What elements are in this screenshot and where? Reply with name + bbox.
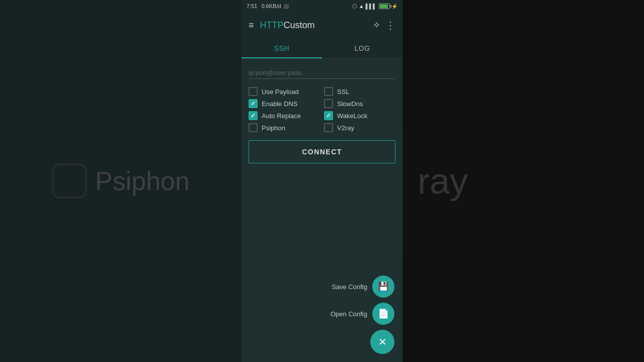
checkbox-slow-dns-box bbox=[324, 99, 333, 108]
hamburger-menu-icon[interactable]: ≡ bbox=[249, 20, 254, 31]
star-icon[interactable]: ✧ bbox=[373, 20, 380, 31]
bg-left-panel: Psiphon bbox=[0, 0, 242, 362]
app-title-custom: Custom bbox=[284, 20, 315, 31]
open-config-label: Open Config bbox=[331, 310, 367, 318]
checkbox-enable-dns[interactable]: Enable DNS bbox=[249, 99, 320, 108]
app-bar-left: ≡ HTTP Custom bbox=[249, 20, 315, 31]
bg-psiphon-icon bbox=[52, 163, 87, 199]
checkbox-slow-dns[interactable]: SlowDns bbox=[324, 99, 395, 108]
status-bar-left: 7:51 0.6KB/d 🎥 bbox=[247, 3, 289, 9]
open-config-row: Open Config 📄 bbox=[331, 303, 394, 325]
checkbox-ssl[interactable]: SSL bbox=[324, 87, 395, 96]
save-config-label: Save Config bbox=[332, 283, 367, 291]
video-icon: 🎥 bbox=[283, 4, 289, 9]
bg-psiphon-text: Psiphon bbox=[95, 166, 190, 196]
ssh-input[interactable] bbox=[249, 67, 395, 79]
checkbox-auto-replace-label: Auto Replace bbox=[262, 112, 301, 120]
checkbox-psiphon[interactable]: Psiphon bbox=[249, 123, 320, 132]
tab-log[interactable]: LOG bbox=[322, 38, 403, 58]
bg-psiphon-logo: Psiphon bbox=[52, 163, 190, 199]
checkbox-v2ray-label: V2ray bbox=[337, 124, 354, 132]
phone-frame: 7:51 0.6KB/d 🎥 ⬡ ▲ ▌▌▌ ⚡ ≡ HTTP Custom ✧… bbox=[242, 0, 403, 362]
wifi-icon: ▲ bbox=[359, 3, 364, 9]
checkbox-wakelock-label: WakeLock bbox=[337, 112, 367, 120]
app-title-http: HTTP bbox=[260, 20, 284, 31]
status-bar: 7:51 0.6KB/d 🎥 ⬡ ▲ ▌▌▌ ⚡ bbox=[242, 0, 403, 12]
checkbox-use-payload-box bbox=[249, 87, 258, 96]
status-time: 7:51 bbox=[247, 3, 257, 9]
checkbox-ssl-box bbox=[324, 87, 333, 96]
charging-icon: ⚡ bbox=[391, 4, 397, 9]
more-menu-icon[interactable]: ⋮ bbox=[385, 19, 395, 31]
close-fab-button[interactable]: ✕ bbox=[370, 330, 394, 354]
checkbox-v2ray-box bbox=[324, 123, 333, 132]
status-bar-right: ⬡ ▲ ▌▌▌ ⚡ bbox=[352, 3, 397, 10]
close-icon: ✕ bbox=[378, 336, 387, 348]
checkbox-v2ray[interactable]: V2ray bbox=[324, 123, 395, 132]
checkbox-ssl-label: SSL bbox=[337, 88, 350, 96]
app-bar-right: ✧ ⋮ bbox=[373, 19, 395, 31]
bluetooth-icon: ⬡ bbox=[352, 3, 357, 10]
checkboxes-grid: Use Payload SSL Enable DNS SlowDns Auto … bbox=[249, 87, 395, 132]
main-content: Use Payload SSL Enable DNS SlowDns Auto … bbox=[242, 59, 403, 362]
connect-button[interactable]: CONNECT bbox=[249, 140, 395, 163]
checkbox-wakelock-box bbox=[324, 111, 333, 120]
checkbox-enable-dns-label: Enable DNS bbox=[262, 100, 298, 108]
save-config-row: Save Config 💾 bbox=[332, 276, 394, 298]
open-icon: 📄 bbox=[378, 308, 389, 319]
checkbox-auto-replace[interactable]: Auto Replace bbox=[249, 111, 320, 120]
bg-ray-text: ray bbox=[418, 160, 468, 202]
checkbox-wakelock[interactable]: WakeLock bbox=[324, 111, 395, 120]
save-config-button[interactable]: 💾 bbox=[372, 276, 394, 298]
checkbox-auto-replace-box bbox=[249, 111, 258, 120]
open-config-button[interactable]: 📄 bbox=[372, 303, 394, 325]
tab-ssh[interactable]: SSH bbox=[242, 38, 322, 58]
save-icon: 💾 bbox=[378, 281, 389, 292]
fab-area: Save Config 💾 Open Config 📄 ✕ bbox=[323, 267, 403, 362]
checkbox-psiphon-label: Psiphon bbox=[262, 124, 285, 132]
checkbox-enable-dns-box bbox=[249, 99, 258, 108]
battery-fill bbox=[380, 5, 388, 8]
bg-right-panel: ray bbox=[403, 0, 644, 362]
checkbox-psiphon-box bbox=[249, 123, 258, 132]
tabs-container: SSH LOG bbox=[242, 38, 403, 59]
app-title: HTTP Custom bbox=[260, 20, 315, 31]
checkbox-use-payload-label: Use Payload bbox=[262, 88, 299, 96]
checkbox-slow-dns-label: SlowDns bbox=[337, 100, 363, 108]
app-bar: ≡ HTTP Custom ✧ ⋮ bbox=[242, 12, 403, 38]
status-speed: 0.6KB/d bbox=[261, 3, 281, 9]
checkbox-use-payload[interactable]: Use Payload bbox=[249, 87, 320, 96]
signal-icon: ▌▌▌ bbox=[366, 4, 376, 9]
ssh-input-wrapper bbox=[249, 67, 395, 79]
battery-icon bbox=[379, 4, 390, 9]
